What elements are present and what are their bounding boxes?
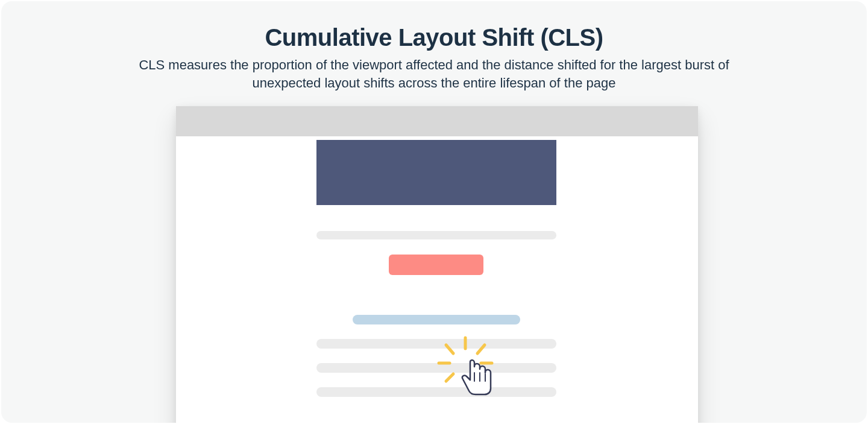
paragraph-line [316, 363, 556, 373]
browser-mockup [176, 106, 698, 423]
diagram-title: Cumulative Layout Shift (CLS) [1, 1, 867, 51]
paragraph-line [316, 387, 556, 397]
svg-line-5 [446, 374, 453, 381]
diagram-card: Cumulative Layout Shift (CLS) CLS measur… [1, 1, 867, 423]
hero-image-block [316, 140, 556, 205]
call-to-action-button [389, 255, 483, 275]
diagram-subtitle: CLS measures the proportion of the viewp… [127, 56, 741, 92]
browser-chrome-bar [176, 106, 698, 136]
subheading-line [353, 315, 520, 324]
text-line [316, 231, 556, 239]
paragraph-line [316, 339, 556, 349]
